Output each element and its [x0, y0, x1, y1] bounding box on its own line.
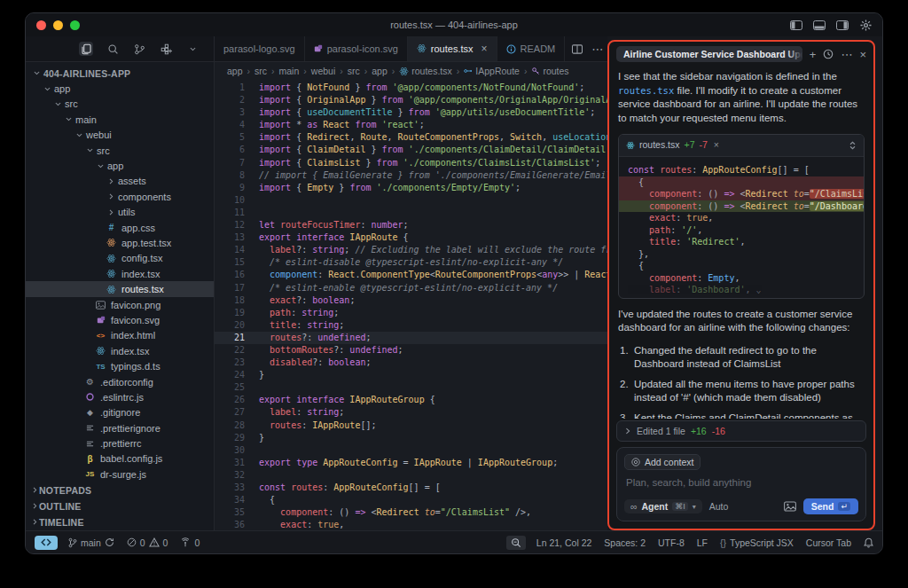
ports-indicator[interactable]: 0	[180, 537, 200, 548]
code-line-5[interactable]: 5import { Redirect, Route, RouteComponen…	[215, 131, 607, 144]
cursor-tab-indicator[interactable]: Cursor Tab	[806, 537, 851, 548]
encoding[interactable]: UTF-8	[658, 537, 685, 548]
tree-item-src[interactable]: src	[26, 97, 214, 112]
code-line-12[interactable]: 12let routeFocusTimer: number;	[215, 219, 607, 231]
code-line-23[interactable]: 23 disabled?: boolean;	[215, 357, 607, 369]
breadcrumb-item-src[interactable]: src	[348, 66, 360, 76]
section-notepads[interactable]: NOTEPADS	[26, 482, 214, 498]
minimize-window-button[interactable]	[53, 20, 63, 30]
code-line-6[interactable]: 6import { ClaimDetail } from './componen…	[215, 144, 607, 156]
section-outline[interactable]: OUTLINE	[26, 498, 214, 514]
zoom-indicator[interactable]	[506, 536, 526, 550]
add-context-chip[interactable]: Add context	[624, 454, 701, 470]
send-button[interactable]: Send ↵	[803, 498, 858, 514]
tree-item-utils[interactable]: utils	[26, 205, 214, 220]
code-line-34[interactable]: 34 {	[215, 494, 607, 506]
code-line-15[interactable]: 15 /* eslint-disable @typescript-eslint/…	[215, 256, 607, 269]
code-line-33[interactable]: 33const routes: AppRouteConfig[] = [	[215, 482, 607, 494]
code-line-7[interactable]: 7import { ClaimsList } from './component…	[215, 157, 607, 169]
code-line-2[interactable]: 2import { OriginalApp } from '@app/compo…	[215, 94, 607, 106]
tree-item-components[interactable]: components	[26, 189, 214, 204]
code-line-21[interactable]: 21 routes?: undefined;	[215, 332, 607, 344]
search-icon[interactable]	[106, 42, 120, 56]
diff-card-header[interactable]: routes.tsx +7 -7 ×	[619, 135, 864, 157]
code-line-27[interactable]: 27 label: string;	[215, 406, 607, 419]
code-line-26[interactable]: 26export interface IAppRouteGroup {	[215, 394, 607, 406]
git-branch-indicator[interactable]: main	[68, 537, 114, 548]
code-line-8[interactable]: 8// import { EmailGenerate } from './com…	[215, 169, 607, 182]
chat-composer[interactable]: Add context Plan, search, build anything…	[616, 447, 866, 521]
breadcrumb-item-src[interactable]: src	[254, 66, 267, 76]
code-line-31[interactable]: 31export type AppRouteConfig = IAppRoute…	[215, 457, 607, 469]
toggle-bottom-panel-icon[interactable]	[813, 20, 826, 30]
notifications-bell-icon[interactable]	[864, 537, 873, 548]
code-line-19[interactable]: 19 path: string;	[215, 307, 607, 319]
code-line-9[interactable]: 9import { Empty } from './components/Emp…	[215, 182, 607, 194]
tree-item-.prettierrc[interactable]: .prettierrc	[26, 435, 214, 451]
tree-item-routes.tsx[interactable]: routes.tsx	[26, 281, 214, 296]
chat-title[interactable]: Airline Customer Service Dashboard Updat	[616, 46, 802, 62]
files-icon[interactable]	[79, 42, 93, 56]
section-timeline[interactable]: TIMELINE	[26, 514, 214, 530]
breadcrumb-item-app[interactable]: app	[372, 66, 387, 76]
tree-item-babel.config.js[interactable]: βbabel.config.js	[26, 451, 214, 466]
tree-item-.gitignore[interactable]: ◆.gitignore	[26, 405, 214, 420]
code-line-1[interactable]: 1import { NotFound } from '@app/componen…	[215, 82, 607, 94]
tree-item-favicon.svg[interactable]: favicon.svg	[26, 312, 214, 327]
language-mode[interactable]: {} TypeScript JSX	[720, 537, 794, 548]
diff-close-icon[interactable]: ×	[714, 138, 719, 153]
breadcrumb-item-routes.tsx[interactable]: routes.tsx	[399, 66, 452, 76]
tree-item-app[interactable]: app	[26, 81, 214, 96]
toggle-right-panel-icon[interactable]	[836, 20, 849, 30]
breadcrumb-item-routes[interactable]: routes	[531, 66, 568, 76]
toggle-left-panel-icon[interactable]	[790, 20, 802, 30]
model-selector[interactable]: Auto	[709, 501, 729, 512]
code-line-25[interactable]: 25	[215, 381, 607, 394]
code-line-4[interactable]: 4import * as React from 'react';	[215, 119, 607, 131]
tree-item-webui[interactable]: webui	[26, 128, 214, 143]
code-line-36[interactable]: 36 exact: true,	[215, 519, 607, 530]
expand-icon[interactable]	[849, 141, 857, 150]
code-line-11[interactable]: 11	[215, 207, 607, 219]
agent-mode-pill[interactable]: ∞ Agent ⌘I ▾	[624, 499, 702, 514]
code-line-30[interactable]: 30	[215, 444, 607, 457]
close-chat-icon[interactable]: ×	[859, 48, 866, 61]
tree-item-.eslintrc.js[interactable]: .eslintrc.js	[26, 389, 214, 404]
settings-gear-icon[interactable]	[859, 20, 872, 30]
tree-item-favicon.png[interactable]: favicon.png	[26, 297, 214, 312]
tab-routes.tsx[interactable]: routes.tsx×	[408, 36, 497, 61]
split-editor-icon[interactable]	[572, 44, 583, 54]
history-icon[interactable]	[823, 49, 834, 59]
code-line-28[interactable]: 28 routes: IAppRoute[];	[215, 419, 607, 432]
edited-files-summary[interactable]: Edited 1 file +16 -16	[616, 420, 866, 442]
tree-item-assets[interactable]: assets	[26, 174, 214, 189]
tree-item-app.test.tsx[interactable]: app.test.tsx	[26, 235, 214, 250]
tree-item-.editorconfig[interactable]: ⚙.editorconfig	[26, 374, 214, 389]
breadcrumb-item-IAppRoute[interactable]: IAppRoute	[464, 66, 520, 76]
code-line-18[interactable]: 18 exact?: boolean;	[215, 294, 607, 307]
more-options-icon[interactable]: ⋯	[841, 48, 852, 61]
tree-item-src[interactable]: src	[26, 143, 214, 158]
tree-item-index.html[interactable]: <>index.html	[26, 328, 214, 343]
tree-item-app[interactable]: app	[26, 158, 214, 173]
code-line-10[interactable]: 10	[215, 194, 607, 207]
source-control-icon[interactable]	[132, 42, 146, 56]
tree-item-typings.d.ts[interactable]: TStypings.d.ts	[26, 358, 214, 373]
tree-item-app.css[interactable]: #app.css	[26, 220, 214, 235]
eol-sequence[interactable]: LF	[697, 537, 708, 548]
tree-item-main[interactable]: main	[26, 112, 214, 127]
tab-parasol-logo.svg[interactable]: parasol-logo.svg	[215, 36, 305, 61]
code-line-17[interactable]: 17 /* eslint-enable @typescript-eslint/n…	[215, 282, 607, 294]
extensions-icon[interactable]	[159, 42, 173, 56]
tab-parasol-icon.svg[interactable]: parasol-icon.svg	[305, 36, 408, 61]
tree-item-index.tsx[interactable]: index.tsx	[26, 343, 214, 358]
code-line-35[interactable]: 35 component: () => <Redirect to="/Claim…	[215, 506, 607, 519]
zoom-window-button[interactable]	[70, 20, 80, 30]
close-tab-icon[interactable]: ×	[481, 43, 488, 55]
new-chat-icon[interactable]: +	[810, 48, 817, 61]
tree-root[interactable]: 404-AIRLINES-APP	[26, 66, 214, 81]
breadcrumb-item-webui[interactable]: webui	[311, 66, 335, 76]
problems-indicator[interactable]: 0 0	[127, 537, 168, 548]
code-line-20[interactable]: 20 title: string;	[215, 319, 607, 332]
tree-item-dr-surge.js[interactable]: JSdr-surge.js	[26, 466, 214, 482]
